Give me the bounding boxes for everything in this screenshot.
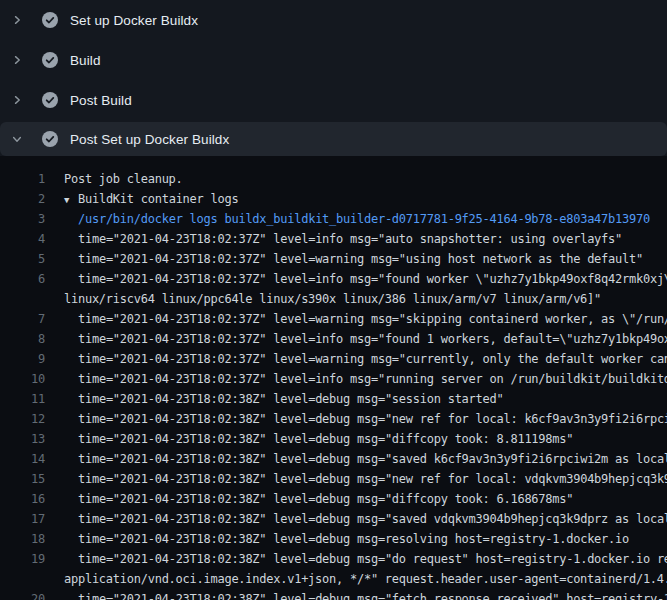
line-number[interactable]: 1: [0, 169, 45, 189]
log-line: 9 time="2021-04-23T18:02:37Z" level=warn…: [0, 349, 667, 369]
log-line: 18 time="2021-04-23T18:02:38Z" level=deb…: [0, 529, 667, 549]
log-line: 12 time="2021-04-23T18:02:38Z" level=deb…: [0, 409, 667, 429]
log-line: 4 time="2021-04-23T18:02:37Z" level=info…: [0, 229, 667, 249]
log-text: time="2021-04-23T18:02:38Z" level=debug …: [78, 489, 573, 509]
log-line: 15 time="2021-04-23T18:02:38Z" level=deb…: [0, 469, 667, 489]
step-title: Post Set up Docker Buildx: [70, 132, 229, 147]
log-line: 17 time="2021-04-23T18:02:38Z" level=deb…: [0, 509, 667, 529]
log-text: ▼BuildKit container logs: [64, 189, 238, 209]
check-circle-icon: [42, 131, 58, 147]
log-line: 7 time="2021-04-23T18:02:37Z" level=warn…: [0, 309, 667, 329]
step-list: Set up Docker Buildx Build Post Build: [0, 0, 667, 120]
log-text: time="2021-04-23T18:02:38Z" level=debug …: [78, 469, 667, 489]
line-number[interactable]: 9: [0, 349, 45, 369]
line-number[interactable]: 6: [0, 269, 45, 289]
log-line: 8 time="2021-04-23T18:02:37Z" level=info…: [0, 329, 667, 349]
log-line: 2 ▼BuildKit container logs: [0, 189, 667, 209]
log-text: time="2021-04-23T18:02:37Z" level=info m…: [78, 269, 667, 289]
log-line: 5 time="2021-04-23T18:02:37Z" level=warn…: [0, 249, 667, 269]
chevron-right-icon: [10, 14, 24, 26]
log-text: time="2021-04-23T18:02:37Z" level=warnin…: [78, 349, 667, 369]
workflow-log-viewer: Set up Docker Buildx Build Post Build Po…: [0, 0, 667, 600]
check-circle-icon: [42, 52, 58, 68]
log-text: application/vnd.oci.image.index.v1+json,…: [64, 569, 667, 589]
log-line: 1 Post job cleanup.: [0, 169, 667, 189]
log-line: 3 /usr/bin/docker logs buildx_buildkit_b…: [0, 209, 667, 229]
line-number[interactable]: [0, 289, 45, 309]
log-line: linux/riscv64 linux/ppc64le linux/s390x …: [0, 289, 667, 309]
log-line: 13 time="2021-04-23T18:02:38Z" level=deb…: [0, 429, 667, 449]
log-line: 19 time="2021-04-23T18:02:38Z" level=deb…: [0, 549, 667, 569]
log-text: time="2021-04-23T18:02:38Z" level=debug …: [78, 429, 573, 449]
line-number[interactable]: 10: [0, 369, 45, 389]
chevron-down-icon: [10, 133, 24, 145]
check-circle-icon: [42, 92, 58, 108]
log-line: 10 time="2021-04-23T18:02:37Z" level=inf…: [0, 369, 667, 389]
line-number[interactable]: 3: [0, 209, 45, 229]
line-number[interactable]: 7: [0, 309, 45, 329]
chevron-right-icon: [10, 54, 24, 66]
line-number[interactable]: 16: [0, 489, 45, 509]
log-line: 20 time="2021-04-23T18:02:38Z" level=deb…: [0, 589, 667, 600]
step-header[interactable]: Post Build: [0, 80, 667, 120]
log-text: linux/riscv64 linux/ppc64le linux/s390x …: [64, 289, 601, 309]
line-number[interactable]: 18: [0, 529, 45, 549]
log-line: 11 time="2021-04-23T18:02:38Z" level=deb…: [0, 389, 667, 409]
line-number[interactable]: 13: [0, 429, 45, 449]
log-text: /usr/bin/docker logs buildx_buildkit_bui…: [78, 209, 650, 229]
line-number[interactable]: 20: [0, 589, 45, 600]
line-number[interactable]: 4: [0, 229, 45, 249]
log-line: application/vnd.oci.image.index.v1+json,…: [0, 569, 667, 589]
log-text: time="2021-04-23T18:02:38Z" level=debug …: [78, 449, 667, 469]
log-text: time="2021-04-23T18:02:38Z" level=debug …: [78, 529, 629, 549]
log-text: time="2021-04-23T18:02:37Z" level=warnin…: [78, 249, 643, 269]
step-title: Set up Docker Buildx: [70, 13, 198, 28]
log-text: time="2021-04-23T18:02:38Z" level=debug …: [78, 549, 667, 569]
step-header[interactable]: Build: [0, 40, 667, 80]
log-text: time="2021-04-23T18:02:38Z" level=debug …: [78, 389, 503, 409]
line-number[interactable]: 11: [0, 389, 45, 409]
line-number[interactable]: 5: [0, 249, 45, 269]
line-number[interactable]: 14: [0, 449, 45, 469]
step-title: Post Build: [70, 93, 132, 108]
log-text: time="2021-04-23T18:02:38Z" level=debug …: [78, 509, 667, 529]
line-number[interactable]: 8: [0, 329, 45, 349]
group-toggle-icon[interactable]: ▼: [64, 190, 78, 210]
log-line: 16 time="2021-04-23T18:02:38Z" level=deb…: [0, 489, 667, 509]
step-header[interactable]: Set up Docker Buildx: [0, 0, 667, 40]
step-title: Build: [70, 53, 101, 68]
line-number[interactable]: 15: [0, 469, 45, 489]
log-line: 6 time="2021-04-23T18:02:37Z" level=info…: [0, 269, 667, 289]
log-text: Post job cleanup.: [64, 169, 183, 189]
line-number[interactable]: 17: [0, 509, 45, 529]
line-number[interactable]: 12: [0, 409, 45, 429]
line-number[interactable]: 19: [0, 549, 45, 569]
log-panel: 1 Post job cleanup. 2 ▼BuildKit containe…: [0, 156, 667, 600]
log-line: 14 time="2021-04-23T18:02:38Z" level=deb…: [0, 449, 667, 469]
line-number[interactable]: 2: [0, 189, 45, 209]
log-text: time="2021-04-23T18:02:38Z" level=debug …: [78, 589, 667, 600]
log-text: time="2021-04-23T18:02:37Z" level=info m…: [78, 229, 622, 249]
chevron-right-icon: [10, 94, 24, 106]
log-text: time="2021-04-23T18:02:37Z" level=warnin…: [78, 309, 667, 329]
log-text: time="2021-04-23T18:02:37Z" level=info m…: [78, 369, 667, 389]
step-header-expanded[interactable]: Post Set up Docker Buildx: [0, 122, 667, 156]
check-circle-icon: [42, 12, 58, 28]
line-number[interactable]: [0, 569, 45, 589]
log-text: time="2021-04-23T18:02:38Z" level=debug …: [78, 409, 667, 429]
log-text: time="2021-04-23T18:02:37Z" level=info m…: [78, 329, 667, 349]
